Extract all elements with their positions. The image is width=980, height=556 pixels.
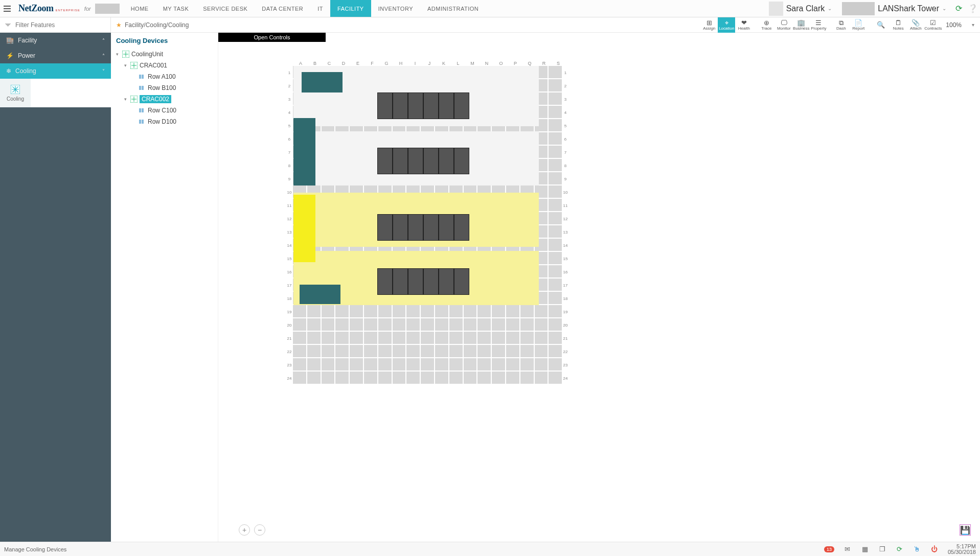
toolbar-attach-button[interactable]: 📎Attach bbox=[907, 17, 924, 33]
app-logo[interactable]: NetZoom ENTERPRISE for bbox=[14, 3, 124, 14]
toolbar-monitor-button[interactable]: 🖵Monitor bbox=[775, 17, 792, 33]
grid-row-11: 1111 bbox=[287, 199, 567, 212]
power-icon[interactable]: ⏻ bbox=[930, 545, 939, 553]
zoom-percent[interactable]: 100% bbox=[942, 17, 966, 32]
facility-icon: 🏬 bbox=[6, 37, 14, 44]
toggle-icon[interactable]: ▾ bbox=[114, 52, 120, 57]
grid-row-20: 2020 bbox=[287, 318, 567, 332]
tree-header: Cooling Devices bbox=[111, 33, 218, 49]
mail-icon[interactable]: ✉ bbox=[844, 545, 852, 553]
contracts-icon: ☑ bbox=[930, 19, 936, 26]
filter-input[interactable] bbox=[15, 21, 106, 29]
help-icon[interactable]: ❔ bbox=[966, 2, 980, 16]
toolbar-trace-button[interactable]: ⊕Trace bbox=[758, 17, 775, 33]
status-bar: Manage Cooling Devices 13 ✉ ▦ ❐ ⟳ 🖱 ⏻ 5:… bbox=[0, 542, 980, 556]
chevron-down-icon: ⌄ bbox=[942, 6, 946, 11]
toolbar-assign-button[interactable]: ⊞Assign bbox=[700, 17, 718, 33]
user-menu[interactable]: Sara Clark ⌄ bbox=[764, 0, 837, 17]
svg-rect-10 bbox=[139, 120, 141, 124]
tree-node-row-c100[interactable]: Row C100 bbox=[111, 105, 218, 116]
toolbar: ⊞Assign⌖Location❤Health⊕Trace🖵Monitor🏢Bu… bbox=[700, 17, 942, 32]
toolbar-location-button[interactable]: ⌖Location bbox=[718, 17, 735, 33]
location-menu[interactable]: LANShark Tower ⌄ bbox=[837, 0, 951, 17]
brand-text: NetZoom bbox=[18, 3, 53, 14]
breadcrumb-text: Facility/Cooling/Cooling bbox=[125, 21, 189, 29]
notification-badge[interactable]: 13 bbox=[824, 546, 834, 552]
grid-row-6: 66 bbox=[287, 132, 567, 146]
toolbar-report-button[interactable]: 📄Report bbox=[850, 17, 867, 33]
svg-rect-8 bbox=[139, 108, 141, 112]
grid-row-15: 1515 bbox=[287, 252, 567, 265]
grid-row-18: 1818 bbox=[287, 292, 567, 305]
grid-row-16: 1616 bbox=[287, 265, 567, 279]
business-icon: 🏢 bbox=[797, 19, 805, 26]
report-icon: 📄 bbox=[854, 19, 862, 26]
toggle-icon[interactable]: ▾ bbox=[122, 63, 128, 68]
zoom-out-button[interactable]: − bbox=[254, 524, 265, 536]
property-icon: ☰ bbox=[815, 19, 822, 26]
mouse-icon[interactable]: 🖱 bbox=[913, 545, 921, 553]
grid-row-10: 1010 bbox=[287, 186, 567, 199]
grid-row-19: 1919 bbox=[287, 305, 567, 318]
brand-for: for bbox=[84, 6, 91, 12]
health-icon: ❤ bbox=[741, 19, 747, 26]
tree-node-coolingunit[interactable]: ▾CoolingUnit bbox=[111, 49, 218, 60]
svg-rect-9 bbox=[142, 108, 144, 112]
windows-icon[interactable]: ❐ bbox=[878, 545, 886, 553]
sidebar-item-cooling[interactable]: ❄Cooling˅ bbox=[0, 63, 111, 79]
second-bar: ⏷ ★ Facility/Cooling/Cooling ⊞Assign⌖Loc… bbox=[0, 17, 980, 33]
cooling-icon: ❄ bbox=[6, 67, 11, 75]
tree-node-crac001[interactable]: ▾CRAC001 bbox=[111, 60, 218, 71]
main-menu: HOMEMY TASKSERVICE DESKDATA CENTERITFACI… bbox=[124, 0, 486, 17]
status-text: Manage Cooling Devices bbox=[4, 546, 824, 552]
chevron-icon: ˄ bbox=[102, 53, 105, 59]
toggle-icon[interactable]: ▾ bbox=[122, 97, 128, 102]
toolbar-contracts-button[interactable]: ☑Contracts bbox=[924, 17, 942, 33]
grid-row-3: 33 bbox=[287, 92, 567, 106]
tree-node-row-a100[interactable]: Row A100 bbox=[111, 71, 218, 82]
filter-icon: ⏷ bbox=[4, 20, 12, 30]
tree-node-row-d100[interactable]: Row D100 bbox=[111, 116, 218, 127]
chevron-down-icon: ⌄ bbox=[828, 6, 832, 11]
tree-node-row-b100[interactable]: Row B100 bbox=[111, 82, 218, 94]
sidebar-item-power[interactable]: ⚡Power˄ bbox=[0, 48, 111, 63]
menu-item-it[interactable]: IT bbox=[310, 0, 330, 17]
menu-item-my-task[interactable]: MY TASK bbox=[156, 0, 196, 17]
refresh-icon[interactable]: ⟳ bbox=[951, 2, 966, 16]
user-avatar bbox=[769, 2, 783, 16]
save-button[interactable]: 💾 bbox=[960, 524, 971, 536]
sync-icon[interactable]: ⟳ bbox=[896, 545, 904, 553]
grid-row-13: 1313 bbox=[287, 225, 567, 239]
device-tree: ▾CoolingUnit▾CRAC001Row A100Row B100▾CRA… bbox=[111, 49, 218, 127]
column-headers: ABCDEFGHIJKLMNOPQRS bbox=[293, 61, 567, 66]
toolbar-search-button[interactable]: 🔍 bbox=[872, 17, 890, 33]
toolbar-health-button[interactable]: ❤Health bbox=[735, 17, 753, 33]
menu-item-data-center[interactable]: DATA CENTER bbox=[255, 0, 310, 17]
fan-icon bbox=[122, 51, 129, 58]
svg-rect-4 bbox=[142, 75, 144, 79]
toolbar-property-button[interactable]: ☰Property bbox=[810, 17, 827, 33]
floor-grid[interactable]: 1122334455667788991010111112121313141415… bbox=[287, 66, 567, 388]
toolbar-dash-button[interactable]: ⧉Dash bbox=[832, 17, 850, 33]
menu-item-home[interactable]: HOME bbox=[124, 0, 156, 17]
grid-row-5: 55 bbox=[287, 119, 567, 132]
menu-item-inventory[interactable]: INVENTORY bbox=[371, 0, 420, 17]
floor-canvas[interactable]: Open Controls ABCDEFGHIJKLMNOPQRS bbox=[218, 33, 980, 542]
open-controls-button[interactable]: Open Controls bbox=[218, 33, 326, 42]
panel-icon[interactable]: ▦ bbox=[861, 545, 869, 553]
toolbar-business-button[interactable]: 🏢Business bbox=[792, 17, 810, 33]
toolbar-notes-button[interactable]: 🗒Notes bbox=[890, 17, 907, 33]
hamburger-icon[interactable] bbox=[0, 0, 14, 17]
star-icon[interactable]: ★ bbox=[116, 21, 122, 29]
sidebar-sub-cooling[interactable]: Cooling bbox=[0, 79, 31, 107]
menu-item-facility[interactable]: FACILITY bbox=[330, 0, 371, 17]
zoom-dropdown-icon[interactable]: ▾ bbox=[966, 17, 980, 32]
sidebar-item-facility[interactable]: 🏬Facility˄ bbox=[0, 33, 111, 48]
svg-rect-11 bbox=[142, 120, 144, 124]
menu-item-service-desk[interactable]: SERVICE DESK bbox=[196, 0, 255, 17]
filter-box: ⏷ bbox=[0, 17, 111, 32]
tree-node-crac002[interactable]: ▾CRAC002 bbox=[111, 94, 218, 105]
zoom-in-button[interactable]: + bbox=[239, 524, 250, 536]
grid-row-8: 88 bbox=[287, 159, 567, 172]
menu-item-administration[interactable]: ADMINISTRATION bbox=[420, 0, 486, 17]
